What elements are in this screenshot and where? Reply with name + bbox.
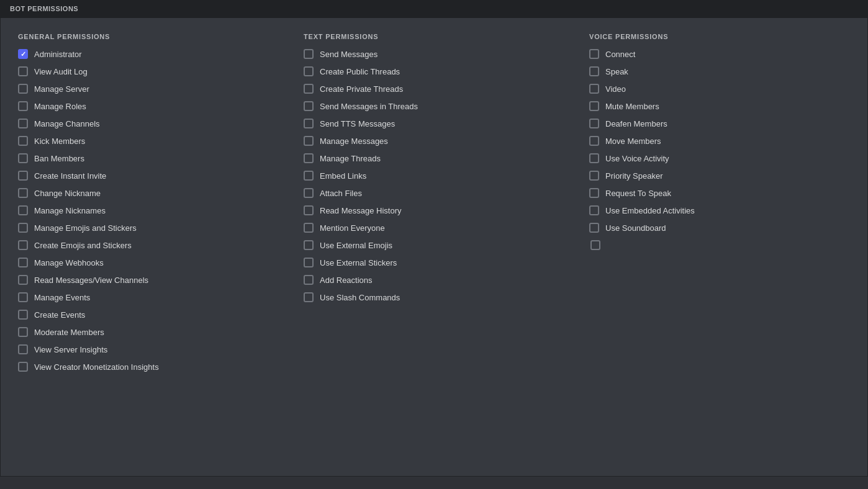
general-permissions-title: GENERAL PERMISSIONS [18, 33, 279, 40]
permission-item-use-embedded-activities[interactable]: Use Embedded Activities [589, 205, 850, 215]
permission-item-deafen-members[interactable]: Deafen Members [589, 119, 850, 128]
checkbox-create-events[interactable] [18, 310, 28, 320]
checkbox-kick-members[interactable] [18, 136, 28, 146]
permission-label-kick-members: Kick Members [34, 137, 85, 146]
checkbox-connect[interactable] [589, 49, 599, 59]
permission-item-speak[interactable]: Speak [589, 66, 850, 76]
permission-item-manage-events[interactable]: Manage Events [18, 292, 279, 302]
checkbox-change-nickname[interactable] [18, 188, 28, 198]
checkbox-move-members[interactable] [589, 136, 599, 146]
permission-item-view-server-insights[interactable]: View Server Insights [18, 344, 279, 354]
permission-item-send-messages[interactable]: Send Messages [304, 49, 564, 59]
permission-item-embed-links[interactable]: Embed Links [304, 171, 564, 181]
permission-item-manage-messages[interactable]: Manage Messages [304, 136, 564, 146]
checkbox-manage-events[interactable] [18, 292, 28, 302]
checkbox-request-to-speak[interactable] [589, 188, 599, 198]
permission-label-use-embedded-activities: Use Embedded Activities [605, 206, 695, 215]
permission-item-create-instant-invite[interactable]: Create Instant Invite [18, 171, 279, 181]
checkbox-create-instant-invite[interactable] [18, 171, 28, 181]
permission-item-view-creator-monetization[interactable]: View Creator Monetization Insights [18, 362, 279, 372]
checkbox-use-external-emojis[interactable] [304, 240, 314, 250]
permission-item-priority-speaker[interactable]: Priority Speaker [589, 171, 850, 181]
permission-item-manage-threads[interactable]: Manage Threads [304, 153, 564, 163]
permission-item-move-members[interactable]: Move Members [589, 136, 850, 146]
checkbox-manage-server[interactable] [18, 84, 28, 94]
checkbox-attach-files[interactable] [304, 188, 314, 198]
checkbox-use-external-stickers[interactable] [304, 258, 314, 267]
permission-item-create-private-threads[interactable]: Create Private Threads [304, 84, 564, 94]
permission-item-create-events[interactable]: Create Events [18, 310, 279, 320]
checkbox-mention-everyone[interactable] [304, 223, 314, 233]
permission-item-send-messages-in-threads[interactable]: Send Messages in Threads [304, 101, 564, 111]
permission-label-add-reactions: Add Reactions [320, 276, 373, 285]
permission-label-manage-threads: Manage Threads [320, 154, 381, 163]
checkbox-add-reactions[interactable] [304, 275, 314, 285]
checkbox-priority-speaker[interactable] [589, 171, 599, 181]
checkbox-send-messages[interactable] [304, 49, 314, 59]
permission-item-view-audit-log[interactable]: View Audit Log [18, 66, 279, 76]
permission-item-send-tts-messages[interactable]: Send TTS Messages [304, 119, 564, 128]
permission-item-mention-everyone[interactable]: Mention Everyone [304, 223, 564, 233]
permission-label-move-members: Move Members [605, 137, 661, 146]
permission-item-use-external-emojis[interactable]: Use External Emojis [304, 240, 564, 250]
permission-item-create-public-threads[interactable]: Create Public Threads [304, 66, 564, 76]
text-permissions-title: TEXT PERMISSIONS [304, 33, 564, 40]
checkbox-video[interactable] [589, 84, 599, 94]
checkbox-manage-messages[interactable] [304, 136, 314, 146]
permission-item-manage-roles[interactable]: Manage Roles [18, 101, 279, 111]
permission-label-view-server-insights: View Server Insights [34, 345, 107, 354]
checkbox-speak[interactable] [589, 66, 599, 76]
checkbox-send-messages-in-threads[interactable] [304, 101, 314, 111]
permission-item-manage-emojis-stickers[interactable]: Manage Emojis and Stickers [18, 223, 279, 233]
checkbox-create-public-threads[interactable] [304, 66, 314, 76]
checkbox-manage-channels[interactable] [18, 119, 28, 128]
permission-item-kick-members[interactable]: Kick Members [18, 136, 279, 146]
checkbox-moderate-members[interactable] [18, 327, 28, 337]
checkbox-use-voice-activity[interactable] [589, 153, 599, 163]
permission-item-manage-nicknames[interactable]: Manage Nicknames [18, 205, 279, 215]
checkbox-read-message-history[interactable] [304, 205, 314, 215]
checkbox-use-embedded-activities[interactable] [589, 205, 599, 215]
checkbox-create-emojis-stickers[interactable] [18, 240, 28, 250]
permission-item-administrator[interactable]: Administrator [18, 49, 279, 59]
checkbox-view-creator-monetization[interactable] [18, 362, 28, 372]
permission-item-moderate-members[interactable]: Moderate Members [18, 327, 279, 337]
checkbox-embed-links[interactable] [304, 171, 314, 181]
top-bar-title: BOT PERMISSIONS [10, 5, 78, 12]
permission-item-read-message-history[interactable]: Read Message History [304, 205, 564, 215]
extra-checkbox[interactable] [590, 240, 600, 250]
permission-item-attach-files[interactable]: Attach Files [304, 188, 564, 198]
checkbox-use-slash-commands[interactable] [304, 292, 314, 302]
permission-item-manage-channels[interactable]: Manage Channels [18, 119, 279, 128]
permission-item-ban-members[interactable]: Ban Members [18, 153, 279, 163]
checkbox-manage-threads[interactable] [304, 153, 314, 163]
permission-item-connect[interactable]: Connect [589, 49, 850, 59]
permission-item-use-soundboard[interactable]: Use Soundboard [589, 223, 850, 233]
checkbox-manage-roles[interactable] [18, 101, 28, 111]
checkbox-deafen-members[interactable] [589, 119, 599, 128]
permission-item-request-to-speak[interactable]: Request To Speak [589, 188, 850, 198]
permission-item-video[interactable]: Video [589, 84, 850, 94]
permission-item-read-messages-view-channels[interactable]: Read Messages/View Channels [18, 275, 279, 285]
checkbox-send-tts-messages[interactable] [304, 119, 314, 128]
checkbox-view-audit-log[interactable] [18, 66, 28, 76]
permission-item-create-emojis-stickers[interactable]: Create Emojis and Stickers [18, 240, 279, 250]
checkbox-use-soundboard[interactable] [589, 223, 599, 233]
checkbox-read-messages-view-channels[interactable] [18, 275, 28, 285]
checkbox-ban-members[interactable] [18, 153, 28, 163]
checkbox-create-private-threads[interactable] [304, 84, 314, 94]
checkbox-administrator[interactable] [18, 49, 28, 59]
checkbox-manage-nicknames[interactable] [18, 205, 28, 215]
checkbox-manage-webhooks[interactable] [18, 258, 28, 267]
permission-item-change-nickname[interactable]: Change Nickname [18, 188, 279, 198]
checkbox-manage-emojis-stickers[interactable] [18, 223, 28, 233]
permission-item-add-reactions[interactable]: Add Reactions [304, 275, 564, 285]
permission-item-use-voice-activity[interactable]: Use Voice Activity [589, 153, 850, 163]
permission-item-use-slash-commands[interactable]: Use Slash Commands [304, 292, 564, 302]
checkbox-view-server-insights[interactable] [18, 344, 28, 354]
permission-item-manage-server[interactable]: Manage Server [18, 84, 279, 94]
permission-item-manage-webhooks[interactable]: Manage Webhooks [18, 258, 279, 267]
checkbox-mute-members[interactable] [589, 101, 599, 111]
permission-item-use-external-stickers[interactable]: Use External Stickers [304, 258, 564, 267]
permission-item-mute-members[interactable]: Mute Members [589, 101, 850, 111]
